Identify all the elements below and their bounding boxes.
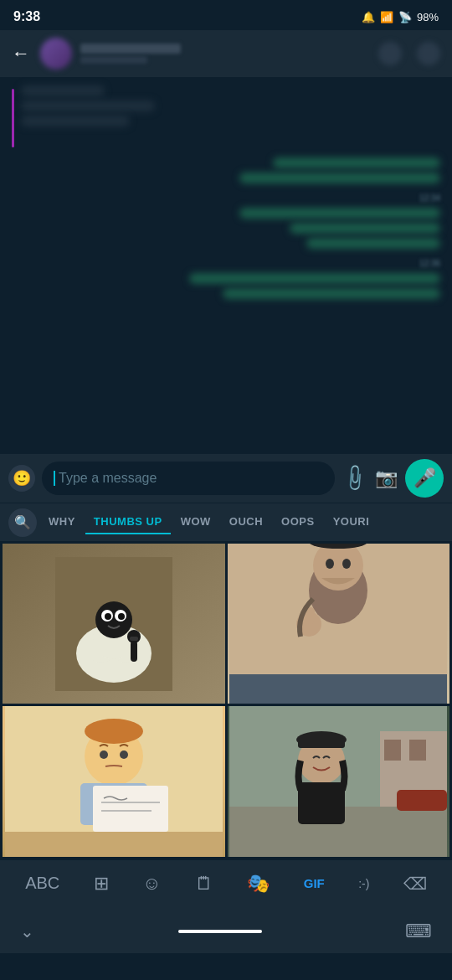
msg-line <box>273 157 440 168</box>
msg-line <box>306 238 440 249</box>
keyboard-icon: ⌨ <box>405 921 432 941</box>
contact-info[interactable] <box>40 38 368 70</box>
message-content <box>21 85 155 126</box>
svg-point-9 <box>118 613 125 620</box>
battery-icon: 98% <box>417 11 439 23</box>
svg-rect-40 <box>298 738 345 748</box>
svg-point-26 <box>85 719 143 744</box>
category-tabs: WHY THUMBS UP WOW OUCH OOPS YOURI <box>40 510 444 534</box>
cursor <box>54 471 55 486</box>
attach-button[interactable]: 📎 <box>342 466 367 491</box>
svg-point-27 <box>100 750 108 759</box>
svg-point-8 <box>105 613 111 620</box>
svg-rect-35 <box>384 740 401 761</box>
gif-visual <box>228 706 450 857</box>
message-received <box>12 85 440 147</box>
camera-button[interactable]: 📷 <box>373 466 398 491</box>
category-ouch[interactable]: OUCH <box>221 510 271 534</box>
gif-button[interactable]: GIF <box>297 873 331 894</box>
msg-line <box>21 85 105 96</box>
input-area: 🙂 Type a message 📎 📷 🎤 <box>0 454 452 503</box>
emoji-picker-button[interactable]: ☺ <box>136 869 167 898</box>
gif-item-kid[interactable] <box>3 706 225 857</box>
home-indicator <box>178 930 262 933</box>
gif-item-girl[interactable] <box>228 706 450 857</box>
emoticon-label: :-) <box>358 877 369 890</box>
svg-rect-18 <box>313 544 363 545</box>
msg-line <box>189 273 440 284</box>
abc-label: ABC <box>25 874 59 893</box>
contact-name-bar <box>80 44 181 54</box>
msg-line <box>290 223 440 234</box>
gif-grid <box>0 541 452 859</box>
svg-rect-10 <box>131 641 137 662</box>
avatar <box>40 38 72 70</box>
message-time: 12:34 <box>12 193 440 203</box>
shaun-sheep-svg <box>55 557 172 691</box>
svg-point-19 <box>326 559 334 569</box>
chevron-down-icon: ⌄ <box>20 922 34 941</box>
msg-line <box>239 173 440 183</box>
msg-line <box>21 101 155 111</box>
emoji-button[interactable]: 🙂 <box>8 465 35 492</box>
svg-point-5 <box>95 601 132 638</box>
status-time: 9:38 <box>13 9 40 24</box>
bottom-nav: ⌄ ⌨ <box>0 906 452 953</box>
svg-rect-37 <box>397 790 447 811</box>
top-nav: ← <box>0 30 452 77</box>
sticker-button[interactable]: 🗒 <box>188 869 220 898</box>
signal-icon: 📡 <box>398 11 412 23</box>
category-oops[interactable]: OOPS <box>273 510 323 534</box>
gif-visual <box>3 544 225 704</box>
person-svg <box>229 544 447 704</box>
abc-button[interactable]: ABC <box>18 870 66 896</box>
message-sent <box>12 273 440 299</box>
input-placeholder: Type a message <box>59 471 157 486</box>
sticker-search-button[interactable]: ⊞ <box>87 869 116 898</box>
back-button[interactable]: ← <box>12 43 30 64</box>
status-icons: 🔔 📶 📡 98% <box>362 11 439 23</box>
sticker-search-icon: ⊞ <box>94 873 109 895</box>
kid-svg <box>5 706 223 857</box>
contact-name-block <box>80 44 181 64</box>
emoticon-button[interactable]: :-) <box>352 874 376 894</box>
status-bar: 9:38 🔔 📶 📡 98% <box>0 0 452 30</box>
girl-svg <box>229 706 447 857</box>
sticker-icon: 🗒 <box>195 873 213 895</box>
svg-point-28 <box>120 750 128 759</box>
keyboard-toolbar: ABC ⊞ ☺ 🗒 🎭 GIF :-) ⌫ <box>0 859 452 906</box>
backspace-icon: ⌫ <box>403 874 427 894</box>
more-icon[interactable] <box>417 42 440 65</box>
svg-rect-41 <box>298 782 345 824</box>
chevron-down-button[interactable]: ⌄ <box>20 921 34 941</box>
backspace-button[interactable]: ⌫ <box>397 870 434 897</box>
gif-item-shaun[interactable] <box>3 544 225 704</box>
category-youri[interactable]: YOURI <box>325 510 378 534</box>
call-icon[interactable] <box>378 42 402 65</box>
search-gif-button[interactable]: 🔍 <box>8 508 37 537</box>
gif-label: GIF <box>304 876 325 890</box>
message-input[interactable]: Type a message <box>42 462 335 495</box>
svg-rect-22 <box>306 607 315 624</box>
svg-rect-12 <box>130 637 138 641</box>
contact-status-bar <box>80 56 147 64</box>
category-thumbsup[interactable]: THUMBS UP <box>85 510 171 534</box>
wifi-icon: 📶 <box>380 11 393 23</box>
chat-area: 12:34 12:36 <box>0 77 452 454</box>
message-sent <box>12 208 440 249</box>
alarm-icon: 🔔 <box>362 11 375 23</box>
gif-visual <box>3 706 225 857</box>
gif-item-person[interactable] <box>228 544 450 704</box>
keyboard-toggle-button[interactable]: ⌨ <box>405 921 432 942</box>
svg-point-20 <box>342 559 351 569</box>
gif-categories-bar: 🔍 WHY THUMBS UP WOW OUCH OOPS YOURI <box>0 503 452 541</box>
svg-rect-36 <box>409 740 426 761</box>
category-why[interactable]: WHY <box>40 510 84 534</box>
mic-button[interactable]: 🎤 <box>405 459 444 498</box>
purple-bar <box>12 89 14 147</box>
kaomoji-icon: 🎭 <box>247 873 270 895</box>
gif-visual <box>228 544 450 704</box>
kaomoji-button[interactable]: 🎭 <box>240 869 276 898</box>
category-wow[interactable]: WOW <box>172 510 219 534</box>
message-time: 12:36 <box>12 259 440 268</box>
